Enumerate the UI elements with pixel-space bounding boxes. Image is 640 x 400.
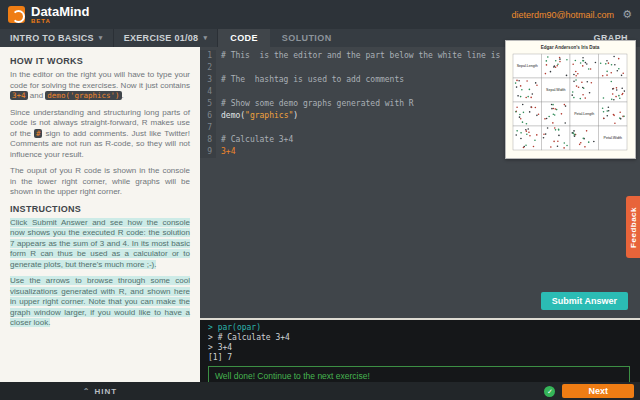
datamind-logo-icon [8, 6, 25, 23]
code-line-text: # Calculate 3+4 [216, 134, 293, 146]
how-it-works-paragraph-2: Since understanding and structuring long… [10, 108, 190, 161]
app-title: DataMind [31, 6, 90, 18]
next-button[interactable]: Next [562, 384, 634, 398]
top-bar: DataMind BETA dieterdm90@hotmail.com ⚙ [0, 0, 640, 29]
code-line-text: # The hashtag is used to add comments [216, 74, 404, 86]
line-number: 7 [200, 122, 216, 134]
sidebar: HOW IT WORKS In the editor on the right … [0, 47, 200, 382]
inline-code-chip: 3+4 [10, 91, 28, 100]
console-line: > # Calculate 3+4 [200, 333, 640, 343]
svg-text:Sepal.Length: Sepal.Length [517, 64, 538, 68]
chevron-down-icon: ▾ [99, 34, 103, 42]
console[interactable]: > par(opar)> # Calculate 3+4> 3+4[1] 7 W… [200, 318, 640, 382]
svg-text:Petal.Length: Petal.Length [574, 112, 594, 116]
line-number: 6 [200, 110, 216, 122]
chevron-down-icon: ▾ [203, 34, 207, 42]
code-line-text: 3+4 [216, 146, 235, 158]
svg-text:Edgar Anderson's Iris Data: Edgar Anderson's Iris Data [541, 45, 600, 50]
line-number: 8 [200, 134, 216, 146]
tab-solution[interactable]: SOLUTION [270, 29, 344, 47]
exercise-dropdown-label: EXERCISE 01/08 [124, 33, 199, 43]
line-number: 1 [200, 50, 216, 62]
instructions-paragraph-2: Use the arrows to browse through some co… [10, 276, 190, 329]
line-number: 2 [200, 62, 216, 74]
code-line-text [216, 122, 221, 134]
bottom-bar: ⌃ HINT ✓ Next [0, 382, 640, 400]
svg-text:Sepal.Width: Sepal.Width [546, 88, 565, 92]
logo-block: DataMind BETA [31, 6, 90, 24]
console-line: > par(opar) [200, 323, 640, 333]
hint-label: HINT [95, 387, 118, 396]
exercise-dropdown[interactable]: EXERCISE 01/08 ▾ [114, 29, 219, 47]
line-number: 9 [200, 146, 216, 158]
console-line: > 3+4 [200, 343, 640, 353]
iris-pairs-plot: Edgar Anderson's Iris DataSepal.LengthSe… [506, 41, 635, 158]
app-window: DataMind BETA dieterdm90@hotmail.com ⚙ I… [0, 0, 640, 400]
account-email[interactable]: dieterdm90@hotmail.com [511, 10, 614, 20]
hint-button[interactable]: ⌃ HINT [0, 387, 200, 396]
inline-code-chip: demo('graphics') [45, 91, 121, 100]
line-number: 4 [200, 86, 216, 98]
tab-code[interactable]: CODE [218, 29, 270, 47]
check-icon: ✓ [544, 386, 555, 397]
line-number: 3 [200, 74, 216, 86]
console-success-message: Well done! Continue to the next exercise… [208, 366, 630, 382]
feedback-tab-label: Feedback [629, 207, 638, 248]
course-dropdown[interactable]: INTRO TO BASICS ▾ [0, 29, 114, 47]
how-it-works-paragraph-1: In the editor on the right you will have… [10, 70, 190, 102]
gear-icon[interactable]: ⚙ [622, 9, 632, 20]
feedback-tab[interactable]: Feedback [626, 196, 640, 258]
line-number: 5 [200, 98, 216, 110]
code-line-text [216, 86, 221, 98]
how-it-works-heading: HOW IT WORKS [10, 56, 190, 66]
instructions-heading: INSTRUCTIONS [10, 204, 190, 214]
instructions-paragraph-1: Click Submit Answer and see how the cons… [10, 218, 190, 271]
course-dropdown-label: INTRO TO BASICS [10, 33, 94, 43]
code-line-text: # Show some demo graphs generated with R [216, 98, 414, 110]
code-line-text: demo("graphics") [216, 110, 298, 122]
code-line-text [216, 62, 221, 74]
graph-thumbnail[interactable]: Edgar Anderson's Iris DataSepal.LengthSe… [505, 40, 636, 159]
how-it-works-paragraph-3: The ouput of you R code is shown in the … [10, 166, 190, 198]
svg-text:Petal.Width: Petal.Width [604, 136, 622, 140]
console-line: [1] 7 [200, 353, 640, 363]
chevron-up-icon: ⌃ [83, 387, 91, 396]
submit-answer-button[interactable]: Submit Answer [541, 292, 628, 310]
console-lines: > par(opar)> # Calculate 3+4> 3+4[1] 7 [200, 323, 640, 363]
